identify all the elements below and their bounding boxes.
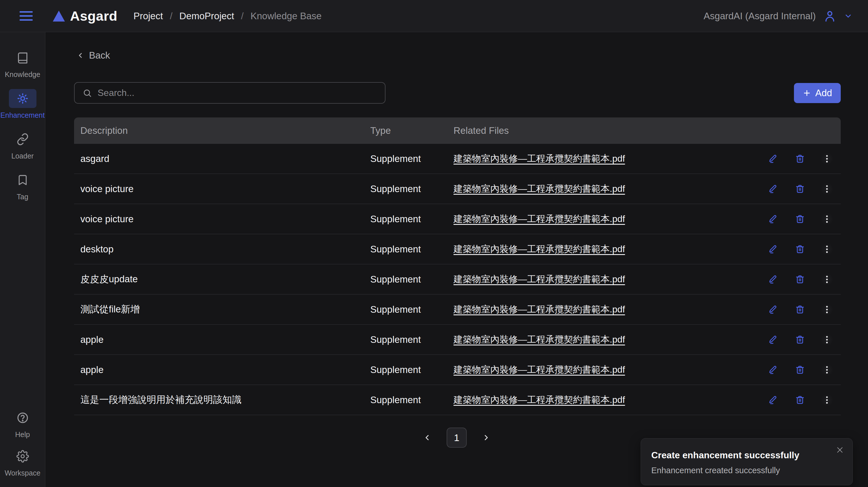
table-row: desktop Supplement 建築物室內裝修—工程承攬契約書範本.pdf	[74, 234, 841, 265]
sidebar-item-tag[interactable]: Tag	[9, 171, 36, 201]
sidebar-item-label: Enhancement	[0, 111, 44, 119]
row-description: desktop	[74, 244, 370, 255]
more-options-button[interactable]	[820, 303, 833, 316]
header-description: Description	[74, 125, 370, 136]
edit-button[interactable]	[767, 364, 779, 376]
more-options-button[interactable]	[820, 183, 833, 195]
edit-button[interactable]	[767, 183, 779, 195]
delete-button[interactable]	[794, 394, 806, 406]
delete-button[interactable]	[794, 333, 806, 346]
row-type: Supplement	[370, 183, 454, 194]
gear-icon	[9, 447, 36, 466]
user-icon[interactable]	[823, 9, 836, 23]
row-type: Supplement	[370, 274, 454, 285]
delete-button[interactable]	[794, 364, 806, 376]
edit-button[interactable]	[767, 333, 779, 346]
table-row: voice picture Supplement 建築物室內裝修—工程承攬契約書…	[74, 174, 841, 204]
add-label: Add	[815, 88, 832, 98]
header-type: Type	[370, 125, 454, 136]
search-input[interactable]	[98, 88, 377, 98]
sidebar-item-enhancement[interactable]: Enhancement	[0, 89, 44, 119]
table-row: apple Supplement 建築物室內裝修—工程承攬契約書範本.pdf	[74, 325, 841, 355]
menu-icon[interactable]	[18, 9, 34, 22]
chevron-down-icon[interactable]	[844, 12, 852, 20]
back-label: Back	[89, 50, 110, 61]
breadcrumb-separator: /	[241, 11, 244, 22]
sidebar: Knowledge Enhancement Loader Tag	[0, 32, 45, 487]
breadcrumb-project[interactable]: Project	[133, 11, 163, 22]
enhancement-table: Description Type Related Files asgard Su…	[74, 117, 841, 415]
table-body: asgard Supplement 建築物室內裝修—工程承攬契約書範本.pdf	[74, 144, 841, 415]
row-description: apple	[74, 334, 370, 345]
row-description: 皮皮皮update	[74, 273, 370, 286]
search-icon	[83, 88, 92, 98]
toast-title: Create enhancement successfully	[651, 450, 842, 461]
back-button[interactable]: Back	[76, 50, 110, 61]
header-related-files: Related Files	[454, 125, 752, 136]
top-navbar: Asgard Project / DemoProject / Knowledge…	[0, 0, 868, 32]
related-file-link[interactable]: 建築物室內裝修—工程承攬契約書範本.pdf	[454, 214, 625, 224]
edit-button[interactable]	[767, 152, 779, 165]
more-options-button[interactable]	[820, 333, 833, 346]
row-description: 測試從file新增	[74, 303, 370, 316]
toast-message: Enhancement created successfully	[651, 466, 842, 475]
row-type: Supplement	[370, 395, 454, 405]
delete-button[interactable]	[794, 183, 806, 195]
app-logo: Asgard	[53, 8, 117, 24]
search-box	[74, 82, 385, 104]
row-description: 這是一段增強說明用於補充說明該知識	[74, 393, 370, 406]
row-type: Supplement	[370, 214, 454, 224]
sidebar-item-loader[interactable]: Loader	[9, 130, 36, 160]
row-description: voice picture	[74, 183, 370, 194]
table-row: apple Supplement 建築物室內裝修—工程承攬契約書範本.pdf	[74, 355, 841, 385]
sidebar-item-label: Tag	[17, 193, 28, 201]
sidebar-item-knowledge[interactable]: Knowledge	[5, 48, 40, 79]
more-options-button[interactable]	[820, 213, 833, 225]
more-options-button[interactable]	[820, 273, 833, 286]
add-button[interactable]: Add	[794, 83, 841, 103]
edit-button[interactable]	[767, 303, 779, 316]
sidebar-item-workspace[interactable]: Workspace	[5, 447, 40, 477]
breadcrumb-knowledge-base: Knowledge Base	[251, 11, 322, 22]
close-icon[interactable]	[835, 445, 845, 455]
row-type: Supplement	[370, 244, 454, 255]
related-file-link[interactable]: 建築物室內裝修—工程承攬契約書範本.pdf	[454, 153, 625, 164]
row-type: Supplement	[370, 304, 454, 315]
more-options-button[interactable]	[820, 394, 833, 406]
related-file-link[interactable]: 建築物室內裝修—工程承攬契約書範本.pdf	[454, 304, 625, 314]
account-area[interactable]: AsgardAI (Asgard Internal)	[704, 9, 852, 23]
related-file-link[interactable]: 建築物室內裝修—工程承攬契約書範本.pdf	[454, 395, 625, 405]
sidebar-bottom: Help Workspace	[5, 408, 40, 477]
book-icon	[9, 48, 36, 67]
app-title: Asgard	[70, 8, 117, 24]
sidebar-item-help[interactable]: Help	[9, 408, 36, 439]
more-options-button[interactable]	[820, 152, 833, 165]
related-file-link[interactable]: 建築物室內裝修—工程承攬契約書範本.pdf	[454, 244, 625, 254]
page-number-button[interactable]: 1	[446, 428, 467, 448]
delete-button[interactable]	[794, 273, 806, 286]
delete-button[interactable]	[794, 152, 806, 165]
sun-icon	[9, 89, 36, 108]
previous-page-button[interactable]	[421, 431, 433, 444]
delete-button[interactable]	[794, 303, 806, 316]
more-options-button[interactable]	[820, 364, 833, 376]
delete-button[interactable]	[794, 213, 806, 225]
breadcrumb-demoproject[interactable]: DemoProject	[179, 11, 234, 22]
table-header: Description Type Related Files	[74, 117, 841, 144]
more-options-button[interactable]	[820, 243, 833, 255]
breadcrumb: Project / DemoProject / Knowledge Base	[133, 11, 321, 22]
delete-button[interactable]	[794, 243, 806, 255]
table-row: 測試從file新增 Supplement 建築物室內裝修—工程承攬契約書範本.p…	[74, 295, 841, 325]
row-type: Supplement	[370, 334, 454, 345]
table-row: 這是一段增強說明用於補充說明該知識 Supplement 建築物室內裝修—工程承…	[74, 385, 841, 415]
related-file-link[interactable]: 建築物室內裝修—工程承攬契約書範本.pdf	[454, 334, 625, 344]
edit-button[interactable]	[767, 243, 779, 255]
related-file-link[interactable]: 建築物室內裝修—工程承攬契約書範本.pdf	[454, 364, 625, 375]
edit-button[interactable]	[767, 394, 779, 406]
related-file-link[interactable]: 建築物室內裝修—工程承攬契約書範本.pdf	[454, 274, 625, 284]
related-file-link[interactable]: 建築物室內裝修—工程承攬契約書範本.pdf	[454, 183, 625, 194]
next-page-button[interactable]	[480, 431, 493, 444]
edit-button[interactable]	[767, 273, 779, 286]
table-row: asgard Supplement 建築物室內裝修—工程承攬契約書範本.pdf	[74, 144, 841, 174]
edit-button[interactable]	[767, 213, 779, 225]
